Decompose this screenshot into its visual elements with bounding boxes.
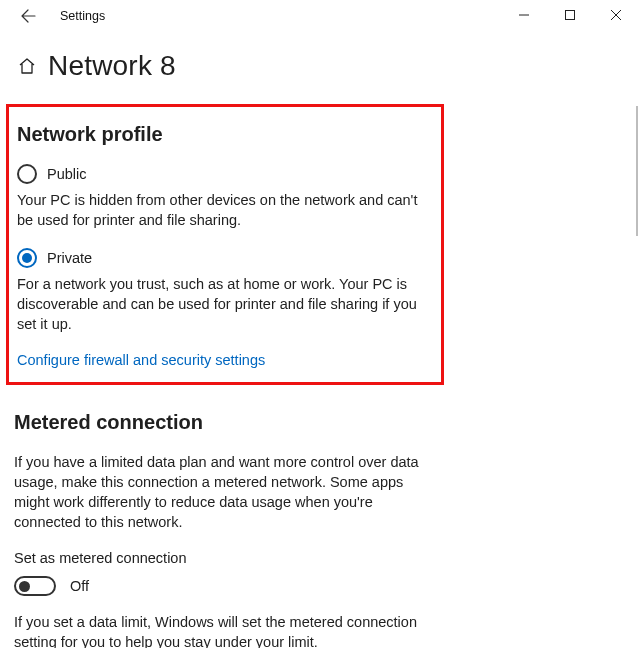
network-profile-section: Network profile Public Your PC is hidden… xyxy=(6,104,444,385)
metered-toggle[interactable] xyxy=(14,576,56,596)
network-profile-heading: Network profile xyxy=(17,123,433,146)
back-button[interactable] xyxy=(14,2,42,30)
radio-public-indicator xyxy=(17,164,37,184)
home-icon-svg xyxy=(18,57,36,75)
svg-rect-1 xyxy=(566,11,575,20)
radio-private-indicator xyxy=(17,248,37,268)
public-description: Your PC is hidden from other devices on … xyxy=(17,190,433,230)
metered-toggle-state: Off xyxy=(70,578,89,594)
toggle-knob xyxy=(19,581,30,592)
firewall-settings-link[interactable]: Configure firewall and security settings xyxy=(17,352,433,368)
close-button[interactable] xyxy=(593,0,639,30)
maximize-icon xyxy=(565,10,575,20)
radio-public-label: Public xyxy=(47,166,87,182)
metered-toggle-row: Off xyxy=(14,576,436,596)
minimize-icon xyxy=(519,10,529,20)
window-controls xyxy=(501,0,639,30)
content: Network profile Public Your PC is hidden… xyxy=(0,104,450,648)
radio-private-label: Private xyxy=(47,250,92,266)
radio-private-dot xyxy=(22,253,32,263)
metered-heading: Metered connection xyxy=(14,411,436,434)
private-description: For a network you trust, such as at home… xyxy=(17,274,433,334)
scrollbar[interactable] xyxy=(636,106,638,236)
arrow-left-icon xyxy=(20,8,36,24)
data-limit-description: If you set a data limit, Windows will se… xyxy=(14,612,436,648)
page-header: Network 8 xyxy=(0,32,639,104)
minimize-button[interactable] xyxy=(501,0,547,30)
radio-private[interactable]: Private xyxy=(17,248,433,268)
radio-public[interactable]: Public xyxy=(17,164,433,184)
close-icon xyxy=(611,10,621,20)
maximize-button[interactable] xyxy=(547,0,593,30)
titlebar: Settings xyxy=(0,0,639,32)
metered-connection-section: Metered connection If you have a limited… xyxy=(14,411,436,648)
home-icon[interactable] xyxy=(14,53,40,79)
metered-toggle-label: Set as metered connection xyxy=(14,550,436,566)
page-title: Network 8 xyxy=(48,50,176,82)
titlebar-app-name: Settings xyxy=(60,9,105,23)
metered-description: If you have a limited data plan and want… xyxy=(14,452,436,532)
